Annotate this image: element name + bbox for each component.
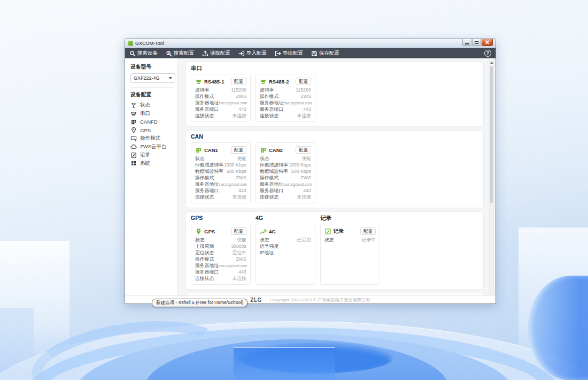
field-label: 状态 bbox=[324, 237, 334, 243]
config-button[interactable]: 配置 bbox=[231, 78, 246, 85]
toolbar: 搜索设备搜索配置读取配置导入配置导出配置保存配置 ? bbox=[125, 48, 496, 58]
field-row: 连接状态未连接 bbox=[195, 275, 246, 282]
field-row: 连接状态未连接 bbox=[195, 194, 246, 200]
canfd-icon bbox=[130, 119, 137, 125]
toolbar-item-label: 导出配置 bbox=[283, 50, 303, 57]
toolbar-item-label: 读取配置 bbox=[210, 50, 230, 57]
section-gps-4g-record: GPSGPS配置状态使能上报周期30000s定位状态定位中操作模式ZWS服务器地… bbox=[185, 211, 484, 290]
gps-icon bbox=[130, 127, 137, 133]
status-icon bbox=[130, 102, 137, 109]
field-value: ZWS bbox=[300, 174, 311, 181]
config-button[interactable]: 配置 bbox=[231, 227, 246, 235]
field-row: 连接状态未连接 bbox=[260, 112, 311, 119]
device-config-label: 设备配置 bbox=[130, 87, 173, 98]
field-label: 上报周期 bbox=[195, 243, 214, 249]
can-grid-icon bbox=[195, 147, 202, 154]
field-label: 操作模式 bbox=[260, 93, 278, 100]
scrollbar-thumb[interactable] bbox=[490, 66, 493, 203]
field-row: IP地址 bbox=[260, 249, 311, 256]
field-row: 操作模式ZWS bbox=[195, 174, 246, 181]
can-grid-icon bbox=[260, 147, 267, 154]
titlebar[interactable]: GXCOM-Tool bbox=[125, 39, 496, 48]
xshell-tooltip: 新建会话 - Xshell 5 (Free for Home/School) bbox=[152, 299, 247, 307]
columns-row: GPSGPS配置状态使能上报周期30000s定位状态定位中操作模式ZWS服务器地… bbox=[191, 215, 478, 285]
card-title: 4G bbox=[269, 229, 276, 234]
toolbar-items: 搜索设备搜索配置读取配置导入配置导出配置保存配置 bbox=[129, 50, 339, 57]
field-row: 状态已启用 bbox=[260, 237, 311, 243]
toolbar-item-import-config[interactable]: 导入配置 bbox=[238, 50, 267, 57]
maximize-button[interactable] bbox=[472, 39, 481, 46]
field-value: 已启用 bbox=[297, 237, 311, 243]
import-config-icon bbox=[238, 50, 245, 57]
sidebar-item-system[interactable]: 系统 bbox=[130, 159, 177, 168]
field-value: 443 bbox=[238, 187, 246, 194]
toolbar-item-read-config[interactable]: 读取配置 bbox=[202, 50, 230, 57]
field-label: 波特率 bbox=[260, 87, 274, 93]
minimize-button[interactable] bbox=[462, 39, 471, 46]
toolbar-item-label: 搜索配置 bbox=[174, 50, 194, 57]
help-button[interactable]: ? bbox=[484, 50, 491, 57]
sidebar-item-zws-cloud[interactable]: ZWS云平台 bbox=[130, 143, 177, 151]
sidebar-item-operation-mode[interactable]: 操作模式 bbox=[130, 134, 177, 143]
toolbar-item-save-config[interactable]: 保存配置 bbox=[311, 50, 339, 57]
field-label: 操作模式 bbox=[195, 93, 214, 100]
field-value: 443 bbox=[303, 187, 311, 194]
main-content: 串口RS485-1配置波特率115200操作模式ZWS服务器地址zws.zlgc… bbox=[178, 58, 496, 295]
field-row: 服务器端口443 bbox=[195, 187, 246, 194]
sidebar-item-canfd[interactable]: CANFD bbox=[130, 118, 177, 126]
card-title: GPS bbox=[204, 229, 215, 234]
field-value: 未连接 bbox=[233, 275, 246, 282]
scrollbar[interactable] bbox=[489, 60, 494, 294]
window-body: 设备型号 GXF222-4G 设备配置 状态串口CANFDGPS操作模式ZWS云… bbox=[125, 58, 496, 295]
toolbar-item-export-config[interactable]: 导出配置 bbox=[275, 50, 303, 57]
field-row: 数据域波特率500 Kbps bbox=[260, 168, 311, 174]
sidebar-item-gps[interactable]: GPS bbox=[130, 126, 177, 135]
config-button[interactable]: 配置 bbox=[296, 146, 311, 154]
field-label: 服务器地址 bbox=[195, 262, 219, 269]
toolbar-item-search-config[interactable]: 搜索配置 bbox=[166, 50, 194, 57]
search-config-icon bbox=[166, 50, 172, 57]
field-row: 状态使能 bbox=[195, 237, 246, 243]
serial-port-icon bbox=[260, 78, 267, 85]
config-button[interactable]: 配置 bbox=[231, 146, 246, 154]
partial-panel bbox=[185, 293, 484, 295]
field-row: 仲裁域波特率1000 Kbps bbox=[195, 162, 246, 168]
field-row: 状态记录中 bbox=[324, 237, 376, 243]
card-title: CAN2 bbox=[269, 147, 283, 153]
record-icon bbox=[130, 152, 137, 158]
field-row: 服务器端口443 bbox=[195, 106, 246, 112]
cloud-icon bbox=[130, 143, 137, 150]
field-row: 操作模式ZWS bbox=[260, 174, 311, 181]
card-header: 4G bbox=[260, 227, 311, 235]
mode-icon bbox=[130, 135, 137, 142]
field-row: 波特率115200 bbox=[260, 87, 311, 93]
sidebar-item-label: 记录 bbox=[140, 151, 150, 158]
field-row: 服务器端口443 bbox=[260, 106, 311, 112]
close-button[interactable] bbox=[482, 39, 493, 46]
scroll-up-button[interactable] bbox=[490, 60, 493, 65]
card-title: RS485-2 bbox=[269, 79, 289, 85]
field-label: 信号强度 bbox=[260, 243, 278, 249]
device-model-select[interactable]: GXF222-4G bbox=[130, 73, 175, 83]
sidebar-item-record[interactable]: 记录 bbox=[130, 151, 177, 159]
field-row: 数据域波特率500 Kbps bbox=[195, 168, 246, 174]
field-label: 仲裁域波特率 bbox=[260, 162, 288, 168]
sidebar: 设备型号 GXF222-4G 设备配置 状态串口CANFDGPS操作模式ZWS云… bbox=[125, 58, 178, 295]
sidebar-item-status[interactable]: 状态 bbox=[130, 101, 177, 110]
config-button[interactable]: 配置 bbox=[296, 78, 311, 85]
config-button[interactable]: 配置 bbox=[360, 227, 376, 235]
field-row: 波特率115200 bbox=[195, 87, 246, 93]
toolbar-item-label: 导入配置 bbox=[246, 50, 267, 57]
zlg-logo: ZLG bbox=[250, 297, 262, 303]
field-row: 状态使能 bbox=[195, 155, 246, 162]
field-label: 操作模式 bbox=[260, 174, 278, 181]
signal-4g-icon bbox=[260, 228, 267, 235]
card-header: CAN2配置 bbox=[260, 146, 311, 154]
section-title: 记录 bbox=[320, 215, 380, 221]
serial-port-icon bbox=[195, 78, 202, 85]
toolbar-item-search-device[interactable]: 搜索设备 bbox=[129, 50, 158, 57]
app-icon bbox=[128, 41, 133, 46]
sidebar-item-serial[interactable]: 串口 bbox=[130, 110, 177, 118]
footer-divider bbox=[266, 298, 266, 302]
export-config-icon bbox=[275, 50, 281, 57]
